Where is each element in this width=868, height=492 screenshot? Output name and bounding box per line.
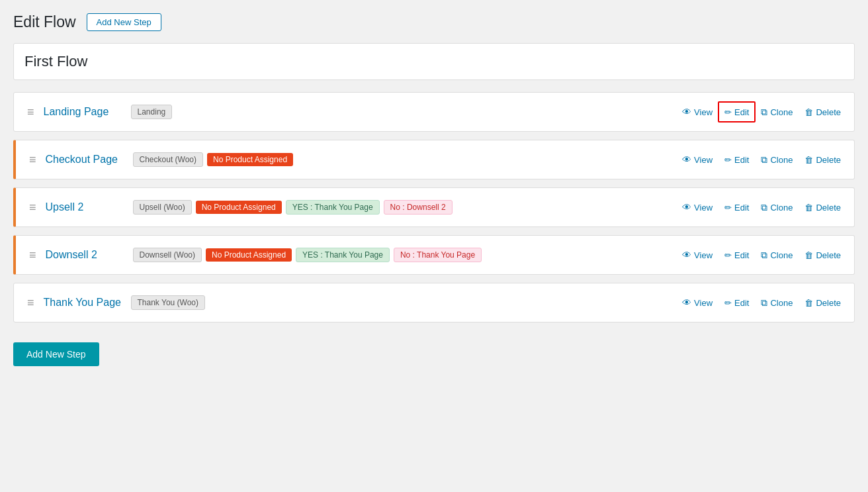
delete-icon [804, 107, 813, 117]
step-row: Downsell 2Downsell (Woo)No Product Assig… [13, 235, 855, 275]
step-actions: ViewEditCloneDelete [682, 250, 841, 261]
view-label: View [694, 107, 713, 117]
edit-button[interactable]: Edit [724, 250, 749, 260]
delete-icon [804, 202, 813, 213]
drag-handle-icon[interactable] [29, 248, 36, 262]
clone-icon [761, 250, 767, 261]
clone-button[interactable]: Clone [761, 202, 793, 213]
view-button[interactable]: View [682, 297, 713, 308]
step-badges: Thank You (Woo) [131, 295, 683, 310]
step-name: Thank You Page [44, 297, 123, 309]
edit-button[interactable]: Edit [724, 297, 749, 308]
edit-icon [724, 297, 732, 308]
clone-label: Clone [770, 203, 793, 213]
delete-button[interactable]: Delete [804, 250, 841, 260]
delete-label: Delete [816, 250, 841, 260]
step-badge: Landing [131, 105, 173, 119]
view-button[interactable]: View [682, 250, 713, 260]
steps-list: Landing PageLandingViewEditCloneDeleteCh… [13, 92, 855, 330]
view-label: View [694, 155, 713, 165]
step-badges: Downsell (Woo)No Product AssignedYES : T… [133, 248, 683, 262]
view-label: View [694, 298, 713, 308]
step-badge: Checkout (Woo) [133, 152, 203, 167]
step-badge: Downsell (Woo) [133, 248, 202, 262]
step-badge: No Product Assigned [207, 153, 293, 166]
drag-handle-icon[interactable] [27, 105, 34, 119]
view-icon [682, 297, 691, 308]
step-badges: Upsell (Woo)No Product AssignedYES : Tha… [133, 200, 683, 215]
drag-handle-icon[interactable] [29, 201, 36, 215]
step-row: Upsell 2Upsell (Woo)No Product AssignedY… [13, 187, 855, 227]
clone-button[interactable]: Clone [761, 154, 793, 166]
page-title: Edit Flow [13, 13, 76, 31]
view-icon [682, 202, 691, 213]
step-row: Thank You PageThank You (Woo)ViewEditClo… [13, 283, 855, 322]
step-badge: No Product Assigned [206, 248, 292, 262]
step-actions: ViewEditCloneDelete [682, 107, 841, 118]
drag-handle-icon[interactable] [27, 296, 34, 310]
view-button[interactable]: View [682, 202, 713, 213]
edit-icon [724, 250, 732, 260]
view-icon [682, 107, 691, 117]
step-badge: YES : Thank You Page [296, 248, 390, 262]
step-actions: ViewEditCloneDelete [682, 154, 841, 166]
edit-label: Edit [734, 250, 749, 260]
step-actions: ViewEditCloneDelete [682, 202, 841, 213]
step-row: Landing PageLandingViewEditCloneDelete [13, 92, 855, 132]
edit-label: Edit [734, 155, 749, 165]
view-label: View [694, 250, 713, 260]
edit-button[interactable]: Edit [724, 154, 749, 165]
clone-label: Clone [770, 155, 793, 165]
delete-label: Delete [816, 107, 841, 117]
view-label: View [694, 203, 713, 213]
clone-icon [761, 202, 767, 213]
clone-icon [761, 297, 767, 309]
delete-label: Delete [816, 298, 841, 308]
edit-icon [724, 107, 732, 117]
edit-label: Edit [734, 203, 749, 213]
edit-icon [724, 202, 732, 213]
view-icon [682, 250, 691, 260]
add-new-step-bottom-button[interactable]: Add New Step [13, 342, 99, 366]
edit-label: Edit [734, 298, 749, 308]
clone-label: Clone [770, 298, 793, 308]
view-button[interactable]: View [682, 107, 713, 117]
step-actions: ViewEditCloneDelete [682, 297, 841, 309]
view-icon [682, 154, 691, 165]
clone-label: Clone [770, 107, 793, 117]
edit-button[interactable]: Edit [724, 202, 749, 213]
delete-button[interactable]: Delete [804, 154, 841, 165]
step-name: Checkout Page [46, 154, 125, 166]
step-badges: Checkout (Woo)No Product Assigned [133, 152, 683, 167]
edit-label: Edit [734, 107, 749, 117]
step-badge: No : Thank You Page [394, 248, 482, 262]
step-name: Upsell 2 [46, 201, 125, 213]
drag-handle-icon[interactable] [29, 153, 36, 167]
clone-button[interactable]: Clone [761, 107, 793, 118]
delete-icon [804, 250, 813, 260]
clone-button[interactable]: Clone [761, 297, 793, 309]
delete-icon [804, 297, 813, 308]
step-name: Downsell 2 [46, 249, 125, 261]
edit-button[interactable]: Edit [724, 107, 749, 117]
delete-button[interactable]: Delete [804, 107, 841, 117]
step-badges: Landing [131, 105, 683, 119]
clone-button[interactable]: Clone [761, 250, 793, 261]
step-badge: Thank You (Woo) [131, 295, 206, 310]
view-button[interactable]: View [682, 154, 713, 165]
delete-button[interactable]: Delete [804, 202, 841, 213]
flow-name: First Flow [24, 53, 87, 70]
add-new-step-top-button[interactable]: Add New Step [87, 13, 161, 31]
delete-button[interactable]: Delete [804, 297, 841, 308]
clone-label: Clone [770, 250, 793, 260]
step-badge: No Product Assigned [196, 201, 282, 214]
edit-icon [724, 154, 732, 165]
step-name: Landing Page [44, 106, 123, 118]
delete-icon [804, 154, 813, 165]
clone-icon [761, 154, 767, 166]
flow-name-container: First Flow [13, 43, 855, 80]
step-badge: Upsell (Woo) [133, 200, 192, 215]
delete-label: Delete [816, 155, 841, 165]
step-badge: YES : Thank You Page [286, 200, 380, 215]
clone-icon [761, 107, 767, 118]
